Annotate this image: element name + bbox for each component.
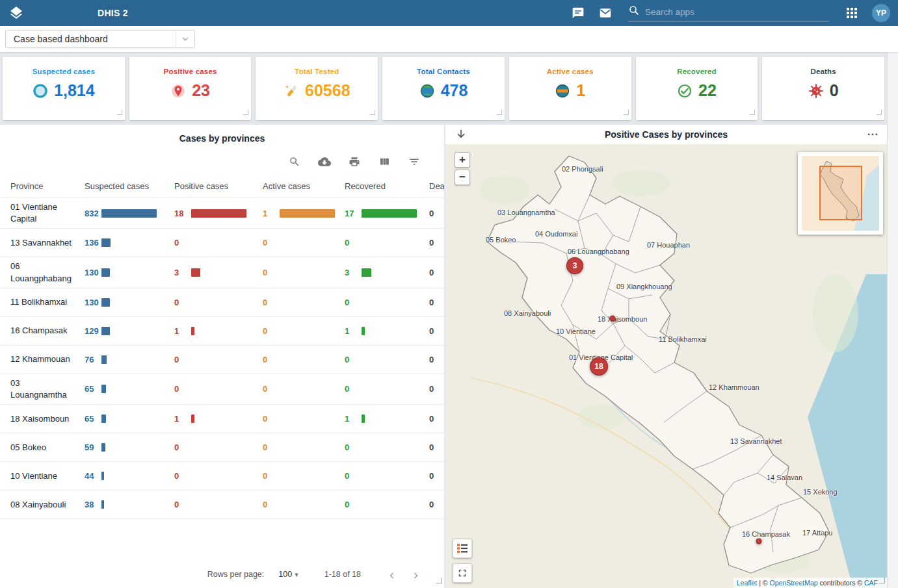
- table-search-icon[interactable]: [288, 155, 301, 168]
- recovered-cell: 0: [345, 442, 429, 452]
- cell-bar: [101, 500, 104, 509]
- positive-cell: 0: [174, 355, 263, 364]
- cell-value: 0: [263, 238, 280, 248]
- prev-page-button[interactable]: ‹: [390, 570, 394, 578]
- recovered-cell: 0: [345, 298, 429, 307]
- card-resize-handle[interactable]: [496, 106, 502, 118]
- card-resize-handle[interactable]: [116, 106, 122, 118]
- rows-per-page-select[interactable]: 100▾: [278, 570, 298, 579]
- map-marker[interactable]: [756, 539, 762, 544]
- deaths-cell: 0: [429, 471, 444, 481]
- panel-resize-handle[interactable]: [878, 574, 885, 586]
- cell-value: 136: [85, 238, 101, 248]
- search-apps-input[interactable]: [644, 6, 829, 18]
- table-header-row: ProvinceSuspected casesPositive casesAct…: [0, 173, 444, 198]
- cell-value: 0: [174, 471, 191, 481]
- active-cell: 0: [263, 355, 345, 364]
- cell-value: 130: [85, 268, 101, 277]
- table-print-icon[interactable]: [348, 155, 361, 168]
- dashboard-select[interactable]: Case based dashboard: [5, 30, 195, 48]
- mail-icon[interactable]: [598, 6, 613, 20]
- province-cell: 16 Champasak: [10, 325, 85, 337]
- table-filter-icon[interactable]: [408, 155, 421, 168]
- cell-value: 0: [174, 238, 191, 248]
- cell-value: 3: [345, 268, 362, 277]
- positive-cell: 0: [174, 238, 263, 248]
- cell-value: 1: [345, 414, 362, 424]
- zoom-out-button[interactable]: −: [455, 170, 470, 185]
- dashboard-select-value: Case based dashboard: [14, 34, 108, 44]
- stat-card-label: Recovered: [677, 68, 717, 75]
- map-province-label: 05 Bokeo: [486, 236, 516, 244]
- attribution-link[interactable]: CAF: [864, 579, 878, 587]
- cell-value: 0: [345, 384, 362, 394]
- recovered-cell: 1: [345, 326, 429, 336]
- positive-cell: 1: [174, 414, 263, 424]
- search-icon[interactable]: [628, 5, 640, 19]
- column-header: Active cases: [263, 181, 345, 191]
- map-more-options-icon[interactable]: [866, 128, 879, 144]
- cell-bar: [101, 327, 110, 335]
- map-province-label: 18 Xaisomboun: [598, 315, 647, 323]
- suspected-cell: 65: [85, 384, 174, 394]
- dhis2-logo-icon[interactable]: [8, 5, 25, 21]
- map-marker[interactable]: 3: [566, 257, 583, 274]
- deaths-cell: 0: [429, 500, 444, 509]
- fullscreen-button[interactable]: [453, 563, 472, 583]
- recovered-cell: 0: [345, 355, 429, 364]
- card-resize-handle[interactable]: [876, 106, 882, 118]
- active-cell: 0: [263, 268, 345, 277]
- map-province-label: 17 Attapu: [802, 529, 833, 537]
- panel-resize-handle[interactable]: [436, 574, 442, 586]
- layers-list-button[interactable]: [453, 539, 472, 558]
- cell-value: 0: [345, 471, 362, 481]
- attribution-link[interactable]: Leaflet: [737, 579, 758, 587]
- card-resize-handle[interactable]: [623, 106, 629, 118]
- apps-grid-icon[interactable]: [845, 6, 859, 20]
- province-cell: 10 Vientiane: [10, 470, 85, 482]
- cell-value: 1: [174, 326, 191, 336]
- map-marker[interactable]: 18: [590, 357, 608, 376]
- recovered-cell: 3: [345, 268, 429, 277]
- table-row: 16 Champasak1291010: [0, 317, 444, 346]
- page-scrollbar[interactable]: [887, 52, 898, 588]
- map-marker[interactable]: [610, 316, 616, 322]
- cell-bar: [101, 472, 104, 480]
- cell-value: 0: [345, 442, 362, 452]
- card-resize-handle[interactable]: [369, 106, 375, 118]
- stat-cards-row: Suspected cases1,814Positive cases23Tota…: [3, 57, 884, 120]
- zoom-in-button[interactable]: +: [455, 152, 470, 168]
- attribution-link[interactable]: OpenStreetMap: [770, 579, 818, 587]
- cell-value: 1: [345, 326, 362, 336]
- stat-card: Total Tested60568: [256, 57, 378, 120]
- table-download-icon[interactable]: [318, 155, 331, 168]
- overview-inset-map[interactable]: [798, 152, 883, 235]
- table-columns-icon[interactable]: [378, 155, 391, 168]
- table-pagination: Rows per page: 100▾ 1-18 of 18 ‹ ›: [0, 562, 444, 588]
- recovered-cell: 1: [345, 414, 429, 424]
- stat-card-value: 478: [441, 81, 468, 100]
- deaths-cell: 0: [429, 442, 444, 452]
- cell-value: 44: [85, 471, 101, 481]
- map-province-label: 03 Louangnamtha: [497, 209, 555, 216]
- messages-icon[interactable]: [571, 6, 585, 20]
- virus-icon: [808, 83, 824, 99]
- map-canvas[interactable]: + − Leaflet | © OpenStreetMap contributo…: [445, 144, 887, 588]
- cell-value: 0: [345, 500, 362, 509]
- suspected-cell: 44: [85, 471, 174, 481]
- cell-bar: [101, 268, 110, 277]
- cell-value: 0: [263, 442, 280, 452]
- card-resize-handle[interactable]: [749, 106, 755, 118]
- card-resize-handle[interactable]: [243, 106, 248, 118]
- user-avatar[interactable]: YP: [872, 4, 890, 22]
- cell-value: 0: [263, 326, 280, 336]
- cell-bar: [191, 209, 246, 218]
- map-province-label: 04 Oudomxai: [535, 230, 577, 238]
- next-page-button[interactable]: ›: [414, 570, 418, 578]
- positive-cell: 18: [174, 209, 263, 218]
- table-body: 01 Vientiane Capital83218117013 Savannak…: [0, 198, 444, 519]
- cell-value: 0: [263, 355, 280, 364]
- table-row: 12 Khammouan760000: [0, 346, 444, 374]
- check-circle-icon: [677, 83, 693, 99]
- suspected-cell: 136: [85, 238, 174, 248]
